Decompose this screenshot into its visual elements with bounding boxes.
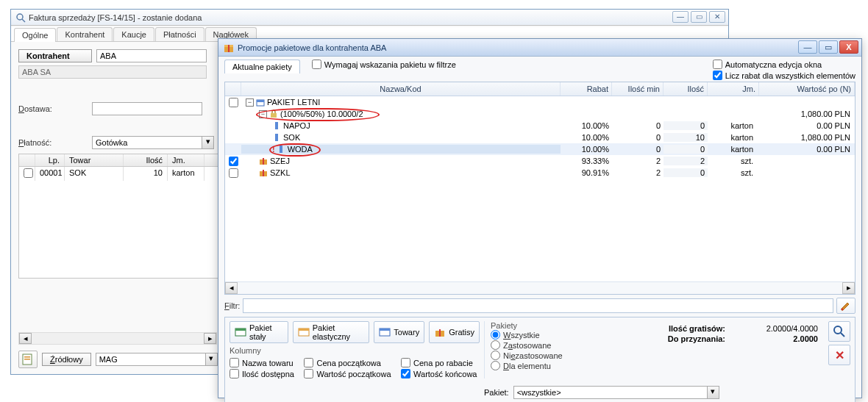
scroll-right-button[interactable]: ▸ bbox=[204, 333, 216, 344]
chevron-down-icon[interactable]: ▾ bbox=[202, 136, 214, 149]
do-przyznania-label: Do przyznania: bbox=[668, 334, 725, 343]
svg-rect-11 bbox=[275, 122, 278, 129]
close-button[interactable]: X bbox=[839, 40, 858, 54]
tree-row[interactable]: SOK10.00%010karton1,080.00 PLN bbox=[225, 132, 855, 143]
svg-point-0 bbox=[17, 14, 23, 20]
row-checkbox[interactable] bbox=[229, 157, 238, 166]
filter-input[interactable] bbox=[243, 298, 833, 313]
col-nazwa[interactable]: Nazwa/Kod bbox=[241, 82, 561, 96]
col-wartosc-poczatkowa-checkbox[interactable]: Wartość początkowa bbox=[304, 369, 394, 378]
col-cena-poczatkowa-checkbox[interactable]: Cena początkowa bbox=[304, 358, 394, 367]
tree-row[interactable]: −(100%/50%) 10.0000/21,080.00 PLN bbox=[225, 108, 855, 120]
wymagaj-checkbox[interactable]: Wymagaj wskazania pakietu w filtrze bbox=[312, 60, 456, 69]
chevron-down-icon[interactable]: ▾ bbox=[206, 353, 218, 366]
col-ilosc[interactable]: Ilość bbox=[664, 82, 708, 96]
platnosc-select[interactable]: Gotówka bbox=[92, 136, 202, 149]
tree-row[interactable]: SZKL90.91%20szt. bbox=[225, 167, 855, 179]
tab-kontrahent[interactable]: Kontrahent bbox=[57, 27, 113, 41]
radio-zastosowane[interactable]: Zastosowane bbox=[491, 340, 594, 350]
tree-row[interactable]: SZEJ93.33%22szt. bbox=[225, 155, 855, 167]
tree-row[interactable]: −PAKIET LETNI bbox=[225, 96, 855, 108]
search-button[interactable] bbox=[828, 321, 850, 342]
chevron-down-icon[interactable]: ▾ bbox=[708, 386, 719, 399]
scroll-left-button[interactable]: ◂ bbox=[19, 333, 32, 344]
radio-wszystkie[interactable]: Wszystkie bbox=[491, 330, 594, 340]
kontrahent-button[interactable]: Kontrahent bbox=[18, 49, 92, 62]
tree-scrollbar-horizontal[interactable]: ◂ ▸ bbox=[225, 281, 855, 294]
lock-icon bbox=[269, 110, 278, 118]
mag-select[interactable]: MAG bbox=[96, 353, 206, 366]
pakiet-select[interactable]: <wszystkie> bbox=[513, 386, 708, 399]
radio-niezastosowane[interactable]: Niezastosowane bbox=[491, 351, 594, 360]
pakiet-label: Pakiet: bbox=[484, 388, 509, 397]
svg-line-28 bbox=[841, 333, 844, 337]
doc-icon-button[interactable] bbox=[18, 351, 38, 368]
scrollbar-horizontal[interactable]: ◂ ▸ bbox=[18, 332, 217, 345]
collapse-button[interactable]: − bbox=[259, 110, 267, 118]
scroll-left-button[interactable]: ◂ bbox=[225, 282, 238, 294]
item-icon bbox=[277, 145, 285, 154]
minimize-button[interactable]: — bbox=[672, 11, 689, 23]
ilosc-gratisow-label: Ilość gratisów: bbox=[669, 324, 725, 333]
col-wartosc-koncowa-checkbox[interactable]: Wartość końcowa bbox=[401, 369, 480, 378]
col-wartosc-po-n[interactable]: Wartość po (N) bbox=[759, 82, 855, 96]
collapse-button[interactable]: − bbox=[246, 98, 254, 107]
row-checkbox[interactable] bbox=[229, 168, 238, 178]
bottom-panel: Pakiet stały Pakiet elastyczny Towary Gr… bbox=[224, 317, 855, 402]
col-ilosc[interactable]: Ilość bbox=[124, 154, 168, 166]
tree-row[interactable]: NAPOJ10.00%00karton0.00 PLN bbox=[225, 120, 855, 132]
edit-filter-button[interactable] bbox=[836, 298, 855, 314]
autoedit-checkbox[interactable]: Automatyczna edycja okna bbox=[713, 60, 855, 69]
col-jm[interactable]: Jm. bbox=[708, 82, 759, 96]
licz-rabat-checkbox[interactable]: Licz rabat dla wszystkich elementów bbox=[713, 71, 855, 80]
packages-tree-grid: Nazwa/Kod Rabat Ilość min Ilość Jm. Wart… bbox=[224, 82, 855, 295]
svg-rect-22 bbox=[299, 329, 309, 331]
col-ilosc-dostepna-checkbox[interactable]: Ilość dostępna bbox=[230, 369, 296, 378]
zrodlowy-button[interactable]: Źródłowy bbox=[42, 353, 91, 366]
cancel-button[interactable]: ✕ bbox=[828, 345, 850, 365]
svg-line-18 bbox=[842, 309, 843, 310]
gift-icon bbox=[259, 168, 268, 177]
close-button[interactable]: ✕ bbox=[709, 11, 725, 23]
kontrahent-code-input[interactable]: ABA bbox=[96, 49, 207, 62]
svg-rect-17 bbox=[263, 170, 264, 176]
towary-button[interactable]: Towary bbox=[374, 321, 424, 343]
svg-rect-12 bbox=[275, 134, 278, 141]
col-ilosc-min[interactable]: Ilość min bbox=[612, 82, 664, 96]
item-icon bbox=[272, 133, 281, 142]
col-towar[interactable]: Towar bbox=[65, 154, 124, 166]
col-cena-po-rabacie-checkbox[interactable]: Cena po rabacie bbox=[401, 358, 480, 367]
col-nazwa-towaru-checkbox[interactable]: Nazwa towaru bbox=[230, 358, 296, 367]
tab-platnosci[interactable]: Płatności bbox=[155, 27, 204, 41]
item-icon bbox=[272, 121, 281, 130]
svg-rect-15 bbox=[263, 158, 264, 165]
maximize-button[interactable]: ▭ bbox=[819, 40, 838, 54]
gift-icon bbox=[259, 157, 268, 165]
invoice-titlebar[interactable]: Faktura sprzedaży [FS-14/15] - zostanie … bbox=[11, 10, 728, 26]
svg-rect-3 bbox=[24, 356, 30, 358]
col-rabat[interactable]: Rabat bbox=[561, 82, 612, 96]
pakiet-staly-button[interactable]: Pakiet stały bbox=[230, 321, 288, 343]
promotions-title: Promocje pakietowe dla kontrahenta ABA bbox=[238, 43, 386, 52]
svg-rect-24 bbox=[380, 329, 390, 331]
gift-icon bbox=[434, 326, 446, 338]
tab-kaucje[interactable]: Kaucje bbox=[113, 27, 154, 41]
dostawa-input[interactable] bbox=[92, 102, 202, 115]
svg-rect-7 bbox=[228, 45, 230, 52]
promotions-titlebar[interactable]: Promocje pakietowe dla kontrahenta ABA —… bbox=[218, 39, 861, 57]
tree-row[interactable]: !WODA10.00%00karton0.00 PLN bbox=[225, 143, 855, 155]
scroll-right-button[interactable]: ▸ bbox=[842, 282, 855, 294]
radio-dla-elementu[interactable]: Dla elementu bbox=[491, 361, 594, 370]
gratisy-button[interactable]: Gratisy bbox=[429, 321, 480, 343]
svg-point-27 bbox=[834, 326, 842, 334]
maximize-button[interactable]: ▭ bbox=[691, 11, 707, 23]
minimize-button[interactable]: — bbox=[798, 40, 817, 54]
tab-aktualne-pakiety[interactable]: Aktualne pakiety bbox=[224, 60, 300, 73]
pakiet-elastyczny-button[interactable]: Pakiet elastyczny bbox=[293, 321, 370, 343]
col-jm[interactable]: Jm. bbox=[168, 154, 204, 166]
row-checkbox[interactable] bbox=[229, 98, 238, 107]
elastic-package-icon bbox=[298, 326, 310, 338]
row-checkbox[interactable] bbox=[24, 168, 33, 178]
col-lp[interactable]: Lp. bbox=[35, 154, 65, 166]
tab-ogolne[interactable]: Ogólne bbox=[14, 28, 56, 42]
